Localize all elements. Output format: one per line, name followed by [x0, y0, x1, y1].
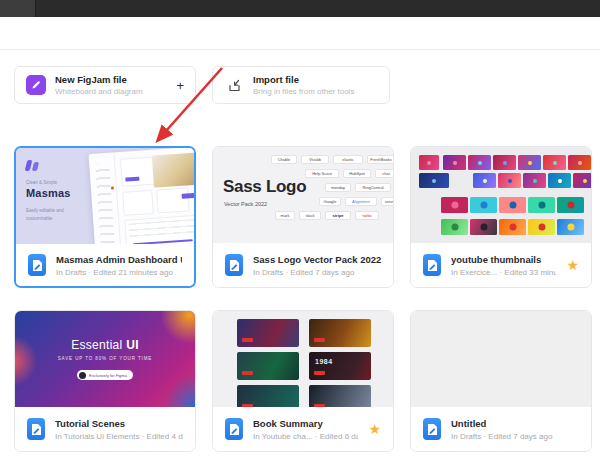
logo-pill: monday — [325, 183, 351, 192]
figma-file-icon — [225, 254, 243, 276]
header-divider — [0, 49, 600, 50]
file-card-footer: Untitled In Drafts · Edited 7 days ago — [411, 407, 591, 451]
book-cover-tile — [237, 319, 299, 347]
thumbnail-tile — [419, 155, 439, 170]
logo-pill: Help Scout — [305, 169, 339, 178]
whatsapp-tile — [441, 219, 468, 235]
mockup-sidebar — [89, 152, 122, 244]
dashboard-mockup — [89, 148, 194, 244]
file-card-tutorial-scenes[interactable]: Essential UI SAVE UP TO 80% OF YOUR TIME… — [14, 310, 196, 452]
file-thumbnail: Sass Logo Vector Pack 2022 Chable Vivald… — [213, 147, 393, 243]
thumb-subheading: Vector Pack 2022 — [224, 201, 267, 207]
thumbnail-tile — [419, 173, 449, 188]
thumbnail-tile — [548, 173, 571, 188]
file-meta: In Drafts · Edited 7 days ago — [253, 268, 381, 277]
thumb-badge: Exclusively for Figma — [77, 370, 133, 380]
social-tile — [528, 219, 555, 235]
thumbnail-tile — [473, 173, 496, 188]
file-thumbnail — [411, 147, 591, 243]
logo-pill: Google — [319, 197, 341, 206]
logo-pill: HubSpot — [343, 169, 371, 178]
new-figjam-title: New FigJam file — [55, 74, 143, 85]
file-card-masmas-admin-dashboard[interactable]: Clean & Simple Masmas Easily editable an… — [14, 146, 196, 288]
thumb-eyebrow: Clean & Simple — [26, 180, 86, 185]
logo-pill: servi — [381, 197, 393, 206]
thumbnail-tile — [493, 155, 516, 170]
file-meta: In Drafts · Edited 21 minutes ago — [56, 268, 182, 277]
file-card-footer: Book Summary In Youtube cha... · Edited … — [213, 407, 393, 451]
file-title: Masmas Admin Dashboard UI Kit (... — [56, 254, 182, 265]
mockup-card — [122, 190, 154, 216]
active-file-tab[interactable] — [0, 0, 36, 17]
logo-pill: RingCentral — [355, 183, 391, 192]
import-file-subtitle: Bring in files from other tools — [253, 87, 354, 96]
new-figjam-subtitle: Whiteboard and diagram — [55, 87, 143, 96]
file-title: Untitled — [451, 418, 579, 429]
file-card-youtube-thumbnails[interactable]: youtube thumbnails In Exercice... · Edit… — [410, 146, 592, 288]
file-meta: In Tutorials Ui Elements · Edited 4 days… — [55, 432, 183, 441]
tile-label: 1984 — [315, 358, 333, 365]
book-cover-tile: 1984 — [309, 352, 371, 380]
thumb-brand-name: Masmas — [26, 187, 86, 199]
mockup-card — [120, 157, 156, 187]
file-thumbnail: 1984 — [213, 311, 393, 407]
mockup-button — [182, 193, 194, 199]
book-cover-tile — [309, 319, 371, 347]
logo-pill: Chable — [271, 155, 297, 164]
file-thumbnail: Essential UI SAVE UP TO 80% OF YOUR TIME… — [15, 311, 195, 407]
file-meta: In Youtube cha... · Edited 6 days ago — [253, 432, 358, 441]
logo-pill: twilio — [355, 211, 379, 220]
file-meta: In Drafts · Edited 7 days ago — [451, 432, 579, 441]
thumbnail-tile — [468, 155, 491, 170]
file-card-footer: Sass Logo Vector Pack 2022 (Co... In Dra… — [213, 243, 393, 287]
file-card-footer: Tutorial Scenes In Tutorials Ui Elements… — [15, 407, 195, 451]
favorite-star-icon[interactable]: ★ — [368, 422, 381, 436]
plus-icon[interactable]: + — [176, 79, 184, 92]
file-thumbnail — [411, 311, 591, 407]
file-title: Tutorial Scenes — [55, 418, 183, 429]
logo-pill: stripe — [325, 211, 351, 220]
figma-recents-page: New FigJam file Whiteboard and diagram +… — [0, 0, 600, 470]
thumb-heading: Sass Logo — [223, 177, 306, 197]
logo-pill: mark — [275, 211, 295, 220]
badge-dot-icon — [79, 372, 86, 379]
mockup-photo — [152, 152, 194, 187]
file-title: Sass Logo Vector Pack 2022 (Co... — [253, 254, 381, 265]
book-cover-tile — [237, 352, 299, 380]
reddit-tile — [499, 219, 526, 235]
logo-pill: slack — [299, 211, 321, 220]
snapchat-tile — [557, 219, 584, 235]
thumbnail-tile — [498, 173, 521, 188]
file-meta: In Exercice... · Edited 33 minutes ago — [451, 268, 556, 277]
thumbnail-tile — [518, 155, 541, 170]
thumbnail-tile — [523, 173, 546, 188]
figma-file-icon — [225, 418, 243, 440]
tiktok-tile — [470, 219, 497, 235]
new-figjam-file-button[interactable]: New FigJam file Whiteboard and diagram + — [14, 66, 196, 104]
file-title: Book Summary — [253, 418, 358, 429]
logo-pill: elastic — [333, 155, 363, 164]
twitter-tile — [470, 197, 497, 213]
file-card-book-summary[interactable]: 1984 Book Summary In Youtube cha... · Ed… — [212, 310, 394, 452]
logo-pill: FreshBooks — [367, 155, 393, 164]
file-card-untitled[interactable]: Untitled In Drafts · Edited 7 days ago — [410, 310, 592, 452]
figma-file-icon — [423, 254, 441, 276]
book-cover-tile — [237, 385, 299, 407]
figma-file-icon — [423, 418, 441, 440]
logo-pill: Vivaldi — [301, 155, 329, 164]
figma-file-icon — [27, 418, 45, 440]
file-card-sass-logo-pack[interactable]: Sass Logo Vector Pack 2022 Chable Vivald… — [212, 146, 394, 288]
figjam-icon — [26, 75, 46, 95]
import-file-button[interactable]: Import file Bring in files from other to… — [212, 66, 390, 104]
figma-file-icon — [28, 254, 46, 276]
logo-pill: Alignment — [345, 197, 377, 206]
file-thumbnail: Clean & Simple Masmas Easily editable an… — [16, 148, 194, 244]
favorite-star-icon[interactable]: ★ — [566, 258, 579, 272]
thumb-tagline: Easily editable and customizable — [26, 207, 86, 222]
window-topbar — [0, 0, 600, 17]
mockup-card — [156, 187, 190, 213]
pinterest-tile — [557, 197, 584, 213]
facebook-tile — [499, 197, 526, 213]
import-icon — [224, 75, 244, 95]
file-card-footer: youtube thumbnails In Exercice... · Edit… — [411, 243, 591, 287]
